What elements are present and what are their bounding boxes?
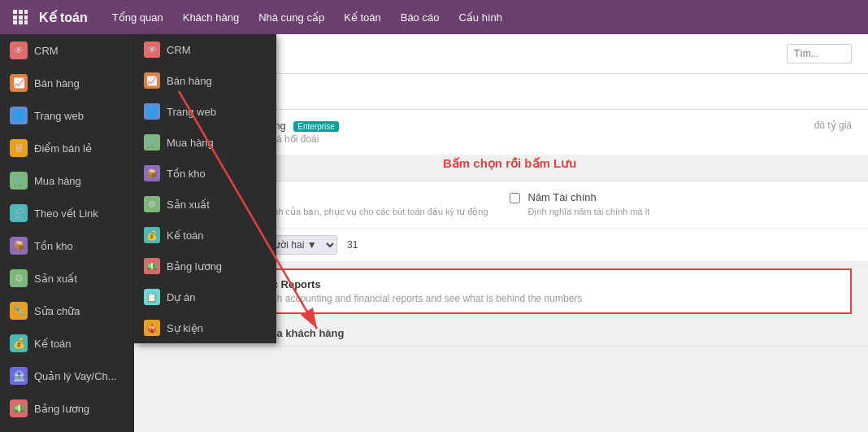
- currency-right-label: đô tỷ giá: [506, 120, 853, 131]
- dropdown-purchase-icon: 🛒: [144, 134, 160, 151]
- sidebar-label-payroll: Bảng lương: [34, 403, 89, 415]
- dropdown-item-purchase[interactable]: 🛒 Mua hàng: [134, 127, 276, 158]
- payroll-icon: 💵: [10, 399, 28, 417]
- fiscal-year-right-checkbox[interactable]: [510, 193, 520, 203]
- dropdown-item-project[interactable]: 📋 Dự án: [134, 281, 276, 312]
- nav-reports[interactable]: Báo cáo: [401, 11, 440, 24]
- svg-rect-2: [24, 10, 28, 14]
- sales-icon: 📈: [10, 74, 28, 92]
- dropdown-label-accounting: Kế toán: [167, 229, 204, 242]
- nav-overview[interactable]: Tổng quan: [112, 11, 163, 24]
- svg-rect-6: [13, 20, 17, 24]
- pos-icon: 🖥: [10, 139, 28, 157]
- purchase-icon: 🛒: [10, 172, 28, 190]
- app-title: Kế toán: [39, 10, 88, 25]
- dropdown-item-accounting[interactable]: 💰 Kế toán: [134, 220, 276, 251]
- sidebar-label-accounting: Kế toán: [34, 338, 72, 350]
- sidebar-item-pos[interactable]: 🖥 Điểm bán lẻ: [0, 132, 134, 164]
- dropdown-mfg-icon: ⚙: [144, 196, 160, 212]
- mfg-icon: ⚙: [10, 269, 28, 287]
- dropdown-item-crm[interactable]: 👁 CRM: [134, 34, 276, 65]
- sidebar-item-payroll[interactable]: 💵 Bảng lương: [0, 392, 134, 425]
- dropdown-stock-icon: 📦: [144, 165, 160, 181]
- sidebar-label-pos: Điểm bán lẻ: [34, 142, 92, 155]
- fiscal-year-right: Năm Tài chính Định nghĩa năm tài chính m…: [510, 191, 853, 218]
- dropdown-label-stock: Tồn kho: [167, 168, 206, 180]
- dropdown-accounting-icon: 💰: [144, 227, 160, 243]
- stock-icon: 📦: [10, 237, 28, 255]
- dropdown-events-icon: 🎪: [144, 320, 160, 336]
- svg-rect-3: [13, 15, 17, 20]
- dropdown-payroll-icon: 💵: [144, 258, 160, 274]
- app-grid-icon[interactable]: [8, 5, 33, 29]
- fiscal-year-right-desc: Định nghĩa năm tài chính mà it: [528, 206, 650, 218]
- enterprise-badge: Enterprise: [293, 121, 339, 132]
- dropdown-overlay: 👁 CRM 📈 Bán hàng 🌐 Trang web 🛒 Mua hàng …: [134, 34, 276, 343]
- svg-rect-7: [19, 20, 23, 24]
- dropdown-label-payroll: Bảng lương: [167, 260, 222, 273]
- dropdown-item-sales[interactable]: 📈 Bán hàng: [134, 65, 276, 96]
- dropdown-item-stock[interactable]: 📦 Tồn kho: [134, 158, 276, 189]
- dropdown-item-mfg[interactable]: ⚙ Sản xuất: [134, 189, 276, 220]
- sidebar-item-web[interactable]: 🌐 Trang web: [0, 99, 134, 132]
- sidebar-item-repair[interactable]: 🔧 Sửa chữa: [0, 295, 134, 327]
- dropdown-web-icon: 🌐: [144, 103, 160, 120]
- sidebar-item-sales[interactable]: 📈 Bán hàng: [0, 67, 134, 99]
- crm-icon: 👁: [10, 41, 28, 59]
- fiscal-year-right-label: Năm Tài chính: [528, 191, 650, 203]
- search-input[interactable]: [787, 44, 852, 63]
- nav-suppliers[interactable]: Nhà cung cấp: [258, 11, 324, 24]
- svg-rect-4: [19, 15, 23, 20]
- sidebar-item-accounting[interactable]: 💰 Kế toán: [0, 327, 134, 360]
- sidebar-item-purchase[interactable]: 🛒 Mua hàng: [0, 164, 134, 197]
- web-icon: 🌐: [10, 107, 28, 124]
- sidebar-item-mfg[interactable]: ⚙ Sản xuất: [0, 262, 134, 295]
- dropdown-project-icon: 📋: [144, 289, 160, 305]
- svg-rect-8: [24, 20, 28, 24]
- repair-icon: 🔧: [10, 302, 28, 320]
- dropdown-label-crm: CRM: [167, 44, 191, 56]
- sidebar-label-stock: Tồn kho: [34, 240, 73, 252]
- date-day-value: 31: [347, 239, 358, 251]
- nav-config[interactable]: Cấu hình: [458, 11, 502, 24]
- sidebar-item-project1[interactable]: 📋 Dự án: [0, 425, 134, 432]
- dropdown-label-events: Sự kiện: [167, 322, 203, 334]
- track-icon: 🔗: [10, 204, 28, 222]
- top-bar: Kế toán Tổng quan Khách hàng Nhà cung cấ…: [0, 0, 868, 34]
- nav-customers[interactable]: Khách hàng: [183, 11, 239, 24]
- nav-accounting[interactable]: Kế toán: [344, 11, 381, 24]
- dropdown-item-web[interactable]: 🌐 Trang web: [134, 96, 276, 127]
- sidebar-label-loan: Quản lý Vay/Ch...: [34, 370, 117, 382]
- dropdown-item-events[interactable]: 🎪 Sự kiện: [134, 312, 276, 343]
- sidebar-label-track: Theo vết Link: [34, 207, 98, 220]
- svg-rect-5: [24, 15, 28, 20]
- svg-rect-0: [13, 10, 17, 14]
- dropdown-label-purchase: Mua hàng: [167, 137, 214, 149]
- sidebar-label-sales: Bán hàng: [34, 77, 80, 89]
- sidebar-label-repair: Sửa chữa: [34, 305, 80, 317]
- sidebar-label-web: Trang web: [34, 110, 84, 122]
- loan-icon: 🏦: [10, 367, 28, 385]
- main-layout: 👁 CRM 📈 Bán hàng 🌐 Trang web 🖥 Điểm bán …: [0, 34, 868, 432]
- top-nav: Tổng quan Khách hàng Nhà cung cấp Kế toá…: [112, 11, 502, 24]
- sidebar-item-crm[interactable]: 👁 CRM: [0, 34, 134, 67]
- dropdown-crm-icon: 👁: [144, 41, 160, 58]
- dropdown-label-project: Dự án: [167, 291, 195, 303]
- sidebar-label-mfg: Sản xuất: [34, 273, 77, 285]
- dropdown-label-sales: Bán hàng: [167, 75, 212, 87]
- dropdown-label-mfg: Sản xuất: [167, 199, 210, 211]
- dropdown-item-payroll[interactable]: 💵 Bảng lương: [134, 251, 276, 281]
- sidebar-item-stock[interactable]: 📦 Tồn kho: [0, 229, 134, 262]
- sidebar-item-track[interactable]: 🔗 Theo vết Link: [0, 197, 134, 229]
- dropdown-sales-icon: 📈: [144, 72, 160, 89]
- dropdown-label-web: Trang web: [167, 106, 216, 118]
- sidebar-label-purchase: Mua hàng: [34, 175, 81, 187]
- sidebar-label-crm: CRM: [34, 45, 59, 57]
- svg-rect-1: [19, 10, 23, 14]
- accounting-icon: 💰: [10, 334, 28, 352]
- sidebar: 👁 CRM 📈 Bán hàng 🌐 Trang web 🖥 Điểm bán …: [0, 34, 134, 432]
- sidebar-item-loan[interactable]: 🏦 Quản lý Vay/Ch...: [0, 360, 134, 392]
